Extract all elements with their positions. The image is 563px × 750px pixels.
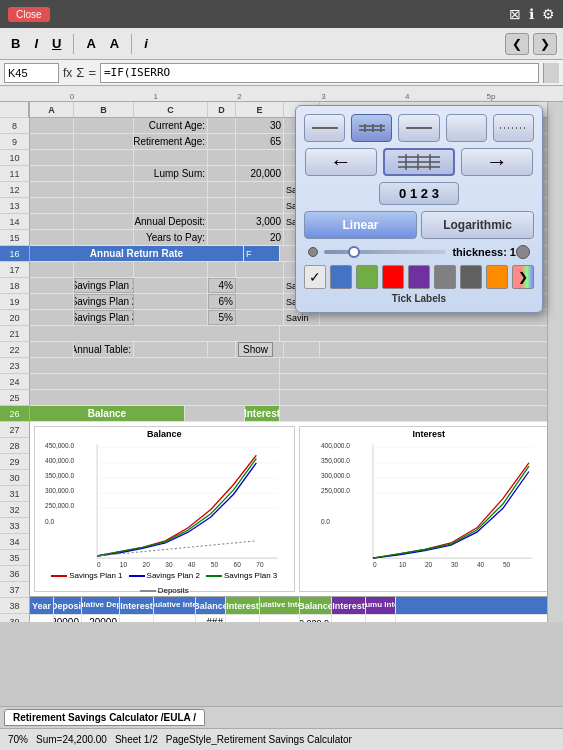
color-check-btn[interactable]: ✓	[304, 265, 326, 289]
bg-color-button[interactable]: A	[105, 34, 124, 53]
cell-c8[interactable]: Current Age:	[134, 118, 208, 133]
cell-e9[interactable]: 65	[236, 134, 284, 149]
cell-b19[interactable]: Savings Plan 2	[74, 294, 134, 309]
cell-b22[interactable]: Annual Table:	[74, 342, 134, 357]
line-style-points-btn[interactable]	[493, 114, 534, 142]
cell-e15[interactable]: 20	[236, 230, 284, 245]
cell-d18[interactable]: 4%	[208, 278, 236, 293]
cell-b12[interactable]	[74, 182, 134, 197]
cell-d12[interactable]	[208, 182, 236, 197]
color-gray2-swatch[interactable]	[460, 265, 482, 289]
cell-a19[interactable]	[30, 294, 74, 309]
cell-c9[interactable]: Retirement Age:	[134, 134, 208, 149]
formula-input[interactable]	[100, 63, 539, 83]
cell-e12[interactable]	[236, 182, 284, 197]
nav-back-button[interactable]: ❮	[505, 33, 529, 55]
cell-a17[interactable]	[30, 262, 74, 277]
cell-a9[interactable]	[30, 134, 74, 149]
cell-c18[interactable]	[134, 278, 208, 293]
cell-c10[interactable]	[134, 150, 208, 165]
linear-tab-btn[interactable]: Linear	[304, 211, 417, 239]
cell-21[interactable]	[30, 326, 280, 341]
cell-e11[interactable]: 20,000	[236, 166, 284, 181]
color-green-swatch[interactable]	[356, 265, 378, 289]
cell-d13[interactable]	[208, 198, 236, 213]
cell-d15[interactable]	[208, 230, 236, 245]
cell-c11[interactable]: Lump Sum:	[134, 166, 208, 181]
td-bal2-0[interactable]: 20,000.0	[300, 615, 332, 622]
cell-e19[interactable]	[236, 294, 284, 309]
cell-d22[interactable]	[208, 342, 236, 357]
cell-d19[interactable]: 6%	[208, 294, 236, 309]
logarithmic-tab-btn[interactable]: Logarithmic	[421, 211, 534, 239]
cell-d10[interactable]	[208, 150, 236, 165]
td-dep-0[interactable]: 20000	[54, 615, 82, 622]
italic-button[interactable]: I	[29, 34, 43, 53]
function-icon[interactable]: fx	[63, 66, 72, 80]
settings-icon[interactable]: ⚙	[542, 6, 555, 22]
cell-b8[interactable]	[74, 118, 134, 133]
scroll-right[interactable]	[547, 102, 563, 622]
cell-b18[interactable]: Savings Plan 1	[74, 278, 134, 293]
cell-reference-input[interactable]	[4, 63, 59, 83]
cell-b10[interactable]	[74, 150, 134, 165]
color-purple-swatch[interactable]	[408, 265, 430, 289]
thickness-track[interactable]	[324, 250, 446, 254]
cell-b15[interactable]	[74, 230, 134, 245]
color-orange-swatch[interactable]	[486, 265, 508, 289]
cell-b13[interactable]	[74, 198, 134, 213]
color-red-swatch[interactable]	[382, 265, 404, 289]
td-bal1-0[interactable]: ###	[196, 615, 226, 622]
cell-d9[interactable]	[208, 134, 236, 149]
bold-button[interactable]: B	[6, 34, 25, 53]
td-cumInt2-0[interactable]	[260, 615, 300, 622]
td-cumInt3-0[interactable]	[366, 615, 396, 622]
cell-b17[interactable]	[74, 262, 134, 277]
cell-e22[interactable]: Show	[236, 342, 284, 357]
cell-e20[interactable]	[236, 310, 284, 325]
arrows-center-btn[interactable]	[383, 148, 455, 176]
color-gray1-swatch[interactable]	[434, 265, 456, 289]
cell-a13[interactable]	[30, 198, 74, 213]
equals-icon[interactable]: =	[88, 65, 96, 80]
line-style-none-btn[interactable]	[446, 114, 487, 142]
td-int3-0[interactable]	[332, 615, 366, 622]
cell-c22[interactable]	[134, 342, 208, 357]
cell-c17[interactable]	[134, 262, 208, 277]
cell-b14[interactable]	[74, 214, 134, 229]
cell-c19[interactable]	[134, 294, 208, 309]
cell-a12[interactable]	[30, 182, 74, 197]
cell-e10[interactable]	[236, 150, 284, 165]
cell-a20[interactable]	[30, 310, 74, 325]
cell-e13[interactable]	[236, 198, 284, 213]
cell-a8[interactable]	[30, 118, 74, 133]
show-button[interactable]: Show	[238, 342, 273, 357]
cell-d17[interactable]	[208, 262, 236, 277]
cell-c15[interactable]: Years to Pay:	[134, 230, 208, 245]
cell-a22[interactable]	[30, 342, 74, 357]
td-cumInt1-0[interactable]	[154, 615, 196, 622]
cell-b11[interactable]	[74, 166, 134, 181]
cell-d20[interactable]: 5%	[208, 310, 236, 325]
underline-button[interactable]: U	[47, 34, 66, 53]
thickness-thumb[interactable]	[348, 246, 360, 258]
sum-icon[interactable]: Σ	[76, 65, 84, 80]
nav-forward-button[interactable]: ❯	[533, 33, 557, 55]
cell-d14[interactable]	[208, 214, 236, 229]
td-year-0[interactable]	[30, 615, 54, 622]
expand-icon[interactable]: ⊠	[509, 6, 521, 22]
line-style-dashed-btn[interactable]	[351, 114, 392, 142]
cell-e18[interactable]	[236, 278, 284, 293]
td-cumDep-0[interactable]: 20000	[82, 615, 120, 622]
cell-a18[interactable]	[30, 278, 74, 293]
cell-d8[interactable]	[208, 118, 236, 133]
arrow-left-btn[interactable]: ←	[305, 148, 377, 176]
color-blue-swatch[interactable]	[330, 265, 352, 289]
cell-f16[interactable]: F	[244, 246, 280, 261]
cell-e14[interactable]: 3,000	[236, 214, 284, 229]
italic-info-button[interactable]: i	[139, 34, 153, 53]
cell-a14[interactable]	[30, 214, 74, 229]
cell-e17[interactable]	[236, 262, 284, 277]
info-icon[interactable]: ℹ	[529, 6, 534, 22]
td-int2-0[interactable]	[226, 615, 260, 622]
